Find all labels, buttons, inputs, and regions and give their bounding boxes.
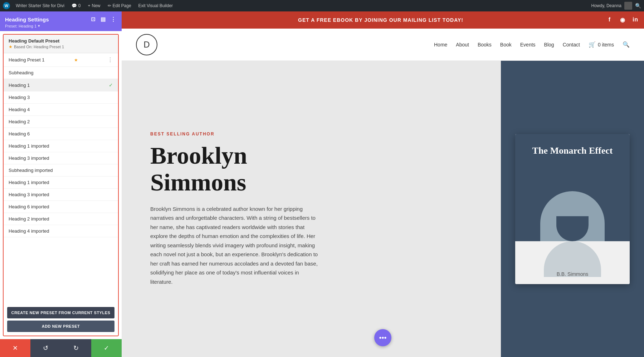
preset-item-label: Heading 6 [9, 131, 30, 137]
preset-item[interactable]: Heading 6 [4, 128, 118, 140]
admin-search-icon[interactable]: 🔍 [635, 3, 641, 9]
panel-title-icons: ⊡ ▤ ⋮ [89, 16, 117, 23]
preset-item-label: Heading 3 imported [9, 155, 49, 161]
undo-button[interactable]: ↺ [30, 339, 61, 357]
preset-item-dots-icon[interactable]: ⋮ [107, 56, 113, 63]
left-panel: Heading Settings ⊡ ▤ ⋮ Preset: Heading 1… [0, 11, 122, 357]
nav-item-events[interactable]: Events [520, 42, 536, 48]
promo-banner: GET A FREE EBOOK BY JOINING OUR MAILING … [122, 11, 644, 29]
preset-item[interactable]: Subheading [4, 67, 118, 79]
hero-right: The Monarch Effect B.B. Simmons [501, 61, 644, 357]
nav-cart[interactable]: 🛒 0 items [589, 41, 614, 48]
panel-more-icon[interactable]: ⋮ [109, 16, 117, 23]
preset-item-label: Heading 1 imported [9, 180, 49, 185]
preset-list: Heading Preset 1★⋮SubheadingHeading 1✓He… [4, 53, 118, 303]
preset-default-subtitle: ★ Based On: Heading Preset 1 [9, 44, 113, 49]
preset-item-label: Heading Preset 1 [9, 57, 44, 63]
hero-title: Brooklyn Simmons [150, 142, 479, 196]
preset-item-label: Heading 6 imported [9, 204, 49, 209]
star-icon: ★ [9, 44, 13, 49]
save-button[interactable]: ✓ [91, 339, 122, 357]
nav-item-about[interactable]: About [456, 42, 469, 48]
pencil-icon: ✏ [108, 3, 111, 8]
preset-item[interactable]: Heading 1 imported [4, 177, 118, 189]
promo-social-icons: f ◉ in [606, 16, 639, 24]
preset-item-label: Heading 4 imported [9, 228, 49, 234]
admin-bar-right: Howdy, Deanna 🔍 [591, 2, 641, 10]
create-preset-button[interactable]: CREATE NEW PRESET FROM CURRENT STYLES [7, 307, 114, 318]
book-arch-cutout [556, 216, 589, 241]
preset-item-label: Heading 1 [9, 83, 30, 88]
book-arch-decoration [540, 191, 605, 241]
cart-icon: 🛒 [589, 41, 596, 48]
preset-default-item: Heading Default Preset ★ Based On: Headi… [4, 35, 118, 53]
preset-item[interactable]: Heading 1 imported [4, 140, 118, 152]
preset-item-check-icon: ✓ [109, 82, 113, 88]
panel-header: Heading Settings ⊡ ▤ ⋮ Preset: Heading 1… [0, 11, 122, 31]
chevron-down-icon: ▾ [38, 24, 40, 28]
nav-item-book[interactable]: Book [500, 42, 512, 48]
preset-item[interactable]: Heading 2 [4, 116, 118, 128]
fab-button[interactable]: ••• [374, 329, 391, 346]
admin-bar-exit-builder[interactable]: Exit Visual Builder [137, 3, 175, 8]
admin-bar: W Writer Starter Site for Divi 💬 0 + New… [0, 0, 644, 11]
preset-dropdown: Heading Default Preset ★ Based On: Headi… [3, 34, 119, 336]
bottom-toolbar: ✕ ↺ ↻ ✓ [0, 339, 122, 357]
preset-default-title: Heading Default Preset [9, 38, 113, 44]
hero-section: BEST SELLING AUTHOR Brooklyn Simmons Bro… [122, 61, 644, 357]
hero-left: BEST SELLING AUTHOR Brooklyn Simmons Bro… [122, 61, 501, 357]
preset-item[interactable]: Heading 2 imported [4, 213, 118, 225]
admin-bar-comments[interactable]: 💬 0 [70, 3, 82, 8]
preset-item[interactable]: Heading 6 imported [4, 201, 118, 213]
redo-button[interactable]: ↻ [61, 339, 91, 357]
book-bottom: B.B. Simmons [515, 241, 630, 284]
preset-item-label: Heading 4 [9, 107, 30, 112]
preset-item[interactable]: Heading 4 [4, 104, 118, 116]
admin-bar-edit-page[interactable]: ✏ Edit Page [106, 3, 133, 8]
admin-bar-site-name[interactable]: Writer Starter Site for Divi [14, 3, 66, 8]
preset-item[interactable]: Heading 4 imported [4, 225, 118, 237]
instagram-icon[interactable]: ◉ [619, 16, 626, 24]
site-logo: D [136, 34, 157, 55]
preset-item-star-icon: ★ [74, 58, 78, 63]
add-preset-button[interactable]: ADD NEW PRESET [7, 321, 114, 332]
preset-item[interactable]: Heading 1✓ [4, 79, 118, 91]
preset-item-label: Heading 3 [9, 95, 30, 100]
book-cover: The Monarch Effect [515, 134, 630, 241]
preset-item-label: Subheading [9, 70, 33, 75]
nav-item-blog[interactable]: Blog [544, 42, 554, 48]
facebook-icon[interactable]: f [606, 16, 613, 24]
book-author: B.B. Simmons [515, 268, 630, 281]
linkedin-icon[interactable]: in [632, 16, 639, 24]
preset-item[interactable]: Heading 3 [4, 91, 118, 104]
panel-layout-icon[interactable]: ▤ [99, 16, 107, 23]
preset-item-label: Heading 2 imported [9, 216, 49, 222]
comment-icon: 💬 [72, 3, 77, 8]
admin-bar-new[interactable]: + New [87, 3, 102, 8]
cancel-button[interactable]: ✕ [0, 339, 30, 357]
preset-buttons: CREATE NEW PRESET FROM CURRENT STYLES AD… [4, 303, 118, 336]
preset-item-label: Heading 1 imported [9, 143, 49, 149]
preset-item[interactable]: Heading 3 imported [4, 189, 118, 201]
nav-bar: D HomeAboutBooksBookEventsBlogContact 🛒 … [122, 29, 644, 61]
hero-tag: BEST SELLING AUTHOR [150, 132, 479, 137]
admin-bar-howdy: Howdy, Deanna [591, 3, 622, 8]
preset-item[interactable]: Subheading imported [4, 164, 118, 177]
panel-preset-subtitle[interactable]: Preset: Heading 1 ▾ [5, 24, 117, 28]
preset-item-label: Subheading imported [9, 168, 53, 173]
hero-description: Brooklyn Simmons is a celebrated author … [150, 204, 322, 287]
preset-item[interactable]: Heading Preset 1★⋮ [4, 53, 118, 67]
wp-logo-icon[interactable]: W [3, 2, 10, 9]
nav-item-home[interactable]: Home [434, 42, 447, 48]
nav-item-books[interactable]: Books [478, 42, 492, 48]
book-title: The Monarch Effect [515, 145, 630, 157]
panel-title: Heading Settings ⊡ ▤ ⋮ [5, 16, 117, 23]
nav-search-icon[interactable]: 🔍 [623, 41, 630, 48]
book-card: The Monarch Effect B.B. Simmons [515, 134, 630, 284]
nav-menu: HomeAboutBooksBookEventsBlogContact 🛒 0 … [434, 41, 630, 48]
admin-avatar [624, 2, 632, 10]
preset-item-label: Heading 3 imported [9, 192, 49, 197]
nav-item-contact[interactable]: Contact [563, 42, 580, 48]
panel-fullscreen-icon[interactable]: ⊡ [89, 16, 97, 23]
preset-item[interactable]: Heading 3 imported [4, 152, 118, 164]
